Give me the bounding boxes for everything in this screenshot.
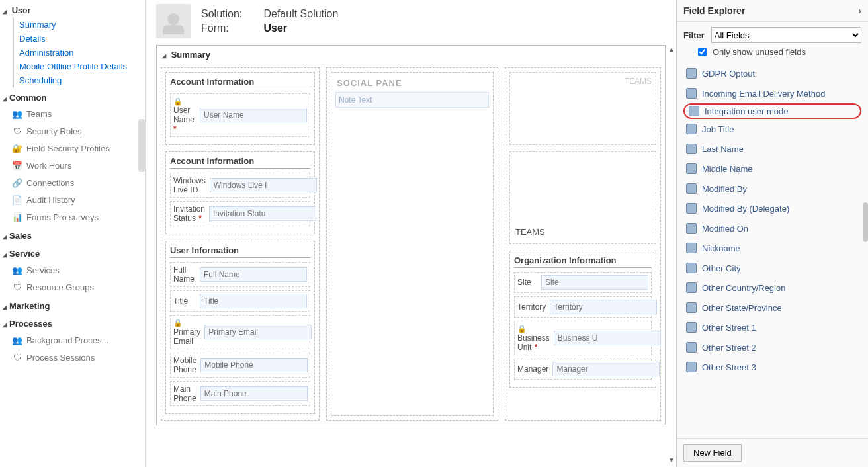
field-explorer-item[interactable]: Other State/Province: [681, 298, 864, 318]
form-field[interactable]: Territory: [514, 296, 652, 318]
field-explorer-item[interactable]: Middle Name: [681, 159, 864, 179]
field-explorer-item[interactable]: Modified By (Delegate): [681, 198, 864, 218]
entity-tab-link[interactable]: Mobile Offline Profile Details: [13, 60, 145, 73]
nav-item[interactable]: 🔐Field Security Profiles: [0, 140, 145, 157]
field-input[interactable]: [552, 362, 660, 376]
entity-tab-link[interactable]: Summary: [13, 18, 145, 32]
social-pane-section[interactable]: SOCIAL PANE Note Text: [331, 72, 494, 416]
form-field[interactable]: Manager: [514, 359, 652, 380]
field-list-scroll-thumb[interactable]: [863, 202, 868, 242]
chevron-right-icon[interactable]: ›: [858, 5, 861, 16]
field-explorer-item[interactable]: Other Street 2: [681, 337, 864, 357]
nav-item-icon: 🛡: [12, 126, 22, 136]
nav-group-header[interactable]: Marketing: [0, 296, 145, 314]
column-middle[interactable]: SOCIAL PANE Note Text: [326, 67, 498, 421]
filter-row: Filter All Fields: [677, 22, 868, 44]
tab-summary[interactable]: Summary Account Information🔒User Name *A…: [156, 45, 666, 425]
field-explorer-item[interactable]: Other Country/Region: [681, 278, 864, 298]
nav-item[interactable]: 🛡Security Roles: [0, 122, 145, 140]
nav-item[interactable]: 🛡Resource Groups: [0, 278, 145, 296]
form-section[interactable]: User InformationFull NameTitle🔒Primary E…: [165, 241, 315, 414]
nav-item[interactable]: 👥Teams: [0, 105, 145, 122]
field-input[interactable]: [204, 325, 312, 339]
form-field[interactable]: 🔒User Name *: [170, 93, 310, 137]
lock-icon: 🔒: [173, 319, 183, 327]
nav-item-icon: 🔐: [12, 143, 22, 153]
nav-item[interactable]: 📊Forms Pro surveys: [0, 208, 145, 226]
nav-group-header[interactable]: Common: [0, 87, 145, 105]
field-explorer-item[interactable]: Modified On: [681, 218, 864, 238]
form-section[interactable]: Account Information🔒User Name *: [165, 72, 315, 145]
entity-tab-list: SummaryDetailsAdministrationMobile Offli…: [0, 18, 145, 87]
field-input[interactable]: [210, 178, 317, 192]
nav-item-label: Security Roles: [26, 126, 82, 136]
scroll-up-icon[interactable]: [668, 44, 675, 54]
field-name: Other Street 1: [702, 323, 756, 333]
form-field[interactable]: Site: [514, 272, 652, 293]
nav-group-header[interactable]: Processes: [0, 314, 145, 331]
column-left[interactable]: Account Information🔒User Name *Account I…: [161, 67, 320, 421]
entity-tab-link[interactable]: Scheduling: [13, 73, 145, 87]
entity-header[interactable]: User: [0, 0, 145, 18]
field-input[interactable]: [200, 358, 308, 372]
form-field[interactable]: 🔒Primary Email: [170, 315, 310, 349]
field-input[interactable]: [200, 108, 307, 122]
form-field[interactable]: Windows Live ID: [170, 173, 310, 198]
form-field[interactable]: Invitation Status *: [170, 201, 310, 226]
field-explorer-item[interactable]: Other City: [681, 258, 864, 278]
nav-group-header[interactable]: Sales: [0, 226, 145, 243]
org-info-section[interactable]: Organization InformationSiteTerritory🔒Bu…: [509, 251, 656, 388]
field-explorer-item[interactable]: Incoming Email Delivery Method: [681, 83, 864, 103]
nav-item[interactable]: 👥Services: [0, 261, 145, 278]
form-field[interactable]: Mobile Phone: [170, 353, 310, 378]
new-field-button[interactable]: New Field: [683, 444, 742, 462]
form-field[interactable]: Full Name: [170, 262, 310, 287]
field-input[interactable]: [541, 275, 648, 290]
form-field[interactable]: Title: [170, 290, 310, 312]
field-input[interactable]: [209, 206, 316, 221]
nav-group-header[interactable]: Service: [0, 243, 145, 261]
field-explorer-item[interactable]: Job Title: [681, 119, 864, 139]
field-input[interactable]: [550, 300, 657, 314]
field-explorer-item[interactable]: Integration user mode: [683, 103, 861, 119]
field-input[interactable]: [200, 267, 307, 282]
field-explorer-item[interactable]: Other Street 1: [681, 318, 864, 337]
field-explorer-item[interactable]: GDPR Optout: [681, 64, 864, 83]
note-text-input[interactable]: Note Text: [335, 92, 489, 108]
field-name: Other City: [702, 263, 741, 273]
nav-item[interactable]: 🛡Process Sessions: [0, 349, 145, 366]
only-unused-row[interactable]: Only show unused fields: [677, 44, 868, 64]
nav-item[interactable]: 📄Audit History: [0, 191, 145, 208]
field-label: Full Name: [173, 265, 196, 284]
form-canvas[interactable]: Summary Account Information🔒User Name *A…: [146, 42, 676, 467]
field-explorer-item[interactable]: Modified By: [681, 179, 864, 198]
nav-item[interactable]: 🔗Connections: [0, 174, 145, 191]
field-explorer-item[interactable]: Last Name: [681, 139, 864, 159]
scroll-down-icon[interactable]: [668, 454, 675, 464]
nav-item-icon: 👥: [12, 265, 22, 275]
nav-item-label: Field Security Profiles: [26, 144, 110, 153]
entity-tab-link[interactable]: Details: [13, 32, 145, 46]
form-field[interactable]: Main Phone: [170, 381, 310, 406]
field-list[interactable]: GDPR OptoutIncoming Email Delivery Metho…: [677, 64, 868, 438]
entity-tab-link[interactable]: Administration: [13, 46, 145, 60]
nav-item-icon: 👥: [12, 335, 22, 345]
field-name: Modified By: [702, 184, 747, 194]
left-scrollbar-thumb[interactable]: [138, 119, 145, 172]
form-section[interactable]: Account InformationWindows Live IDInvita…: [165, 151, 315, 234]
field-explorer-item[interactable]: Nickname: [681, 238, 864, 258]
filter-select[interactable]: All Fields: [711, 27, 861, 43]
field-input[interactable]: [200, 386, 308, 401]
field-input[interactable]: [554, 331, 661, 345]
field-icon: [686, 322, 697, 333]
teams-subgrid[interactable]: TEAMS: [509, 72, 656, 145]
nav-item[interactable]: 📅Work Hours: [0, 157, 145, 174]
form-field[interactable]: 🔒Business Unit *: [514, 321, 652, 355]
nav-item[interactable]: 👥Background Proces...: [0, 331, 145, 349]
only-unused-checkbox[interactable]: [698, 48, 707, 56]
tab-title[interactable]: Summary: [157, 46, 665, 64]
field-explorer-item[interactable]: Other Street 3: [681, 357, 864, 377]
teams-subgrid-2[interactable]: TEAMS: [509, 151, 656, 244]
column-right[interactable]: TEAMS TEAMS Organization InformationSite…: [505, 67, 661, 421]
field-input[interactable]: [200, 294, 307, 308]
